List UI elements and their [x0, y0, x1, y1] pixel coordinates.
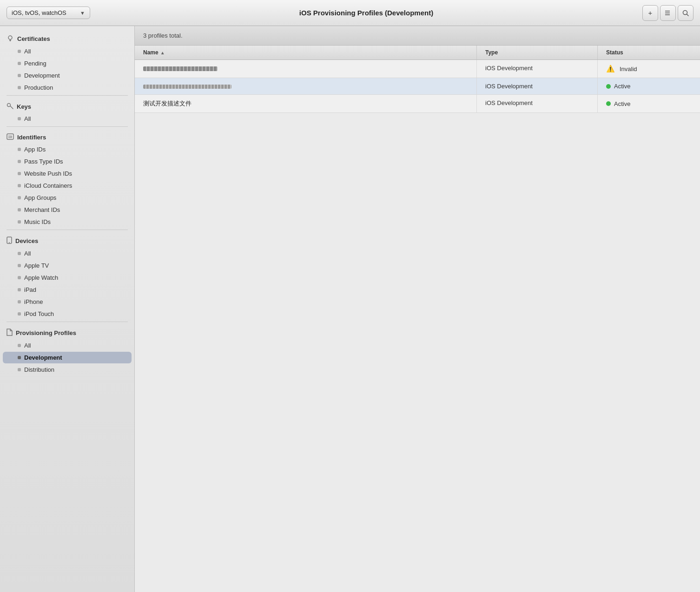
svg-rect-1 [665, 13, 670, 13]
sidebar-item-keys-all[interactable]: All [3, 113, 132, 125]
bullet-icon [18, 276, 21, 279]
item-label: Pass Type IDs [24, 158, 63, 165]
chevron-down-icon: ▼ [80, 10, 85, 16]
sidebar-item-applewatch[interactable]: Apple Watch [3, 272, 132, 283]
svg-rect-0 [665, 14, 670, 15]
key-icon [7, 102, 13, 111]
item-label: iCloud Containers [24, 182, 72, 189]
bullet-icon [18, 344, 21, 347]
sidebar: Certificates All Pending Development Pro… [0, 26, 135, 592]
sidebar-item-ipad[interactable]: iPad [3, 284, 132, 296]
col-status-header[interactable]: Status [598, 46, 700, 59]
svg-point-13 [9, 242, 10, 243]
section-header-keys: Keys [0, 98, 134, 112]
title-bar: iOS, tvOS, watchOS ▼ iOS Provisioning Pr… [0, 0, 700, 26]
sidebar-item-prov-distribution[interactable]: Distribution [3, 364, 132, 375]
search-button[interactable] [678, 5, 693, 21]
blurred-profile-name [143, 66, 218, 71]
col-name-header[interactable]: Name ▲ [135, 46, 477, 59]
item-label: iPod Touch [24, 310, 54, 317]
bullet-icon [18, 172, 21, 175]
table-row[interactable]: iOS Development Active [135, 78, 700, 95]
col-type-header[interactable]: Type [477, 46, 598, 59]
device-icon [7, 237, 12, 245]
sidebar-item-devices-all[interactable]: All [3, 248, 132, 259]
summary-text: 3 profiles total. [143, 32, 183, 39]
sidebar-item-cert-all[interactable]: All [3, 46, 132, 57]
table-row[interactable]: 测试开发描述文件 iOS Development Active [135, 95, 700, 113]
item-label: Development [24, 72, 60, 79]
sidebar-item-appids[interactable]: App IDs [3, 144, 132, 155]
platform-dropdown[interactable]: iOS, tvOS, watchOS ▼ [7, 7, 90, 19]
sidebar-item-websitepushids[interactable]: Website Push IDs [3, 168, 132, 179]
bullet-icon [18, 148, 21, 151]
status-text: Active [614, 100, 630, 107]
section-devices: Devices All Apple TV Apple Watch iPad [0, 232, 134, 320]
divider [7, 322, 128, 322]
svg-rect-2 [665, 11, 670, 12]
item-label: All [24, 115, 31, 122]
col-status-label: Status [606, 49, 623, 56]
edit-button[interactable] [660, 5, 676, 21]
section-header-certificates: Certificates [0, 30, 134, 45]
cell-status: Active [598, 95, 700, 112]
bullet-icon [18, 50, 21, 53]
bullet-icon [18, 160, 21, 163]
sidebar-item-appletv[interactable]: Apple TV [3, 260, 132, 271]
cell-type: iOS Development [477, 60, 598, 78]
item-label: All [24, 342, 31, 349]
item-label: All [24, 48, 31, 55]
id-icon: ID [7, 133, 14, 141]
sidebar-item-iphone[interactable]: iPhone [3, 296, 132, 308]
status-text: Active [614, 83, 630, 90]
sidebar-item-icloudcontainers[interactable]: iCloud Containers [3, 180, 132, 191]
section-identifiers: ID Identifiers App IDs Pass Type IDs Web… [0, 129, 134, 228]
bullet-icon [18, 288, 21, 291]
sidebar-item-cert-development[interactable]: Development [3, 70, 132, 81]
window-title: iOS Provisioning Profiles (Development) [90, 9, 642, 17]
cell-name: 测试开发描述文件 [135, 95, 477, 112]
bullet-icon [18, 312, 21, 316]
sidebar-item-appgroups[interactable]: App Groups [3, 192, 132, 204]
item-label: Website Push IDs [24, 170, 72, 177]
item-label: Music IDs [24, 218, 51, 225]
bullet-icon [18, 220, 21, 224]
doc-icon [7, 329, 13, 337]
bullet-icon [18, 300, 21, 303]
bullet-icon [18, 86, 21, 89]
content-summary: 3 profiles total. [135, 26, 700, 46]
svg-line-4 [687, 14, 689, 16]
item-label: Distribution [24, 366, 54, 373]
cell-type: iOS Development [477, 95, 598, 112]
active-status-dot [606, 84, 611, 89]
status-text: Invalid [620, 66, 637, 72]
sidebar-item-cert-pending[interactable]: Pending [3, 58, 132, 69]
certificates-label: Certificates [17, 35, 50, 42]
active-status-dot [606, 101, 611, 106]
sidebar-item-prov-development[interactable]: Development [3, 352, 132, 363]
certificates-icon [7, 34, 14, 43]
provisioning-label: Provisioning Profiles [16, 329, 76, 336]
blurred-profile-name-2 [143, 85, 231, 89]
sidebar-item-prov-all[interactable]: All [3, 340, 132, 351]
sort-arrow-icon: ▲ [160, 50, 165, 55]
sidebar-item-merchantids[interactable]: Merchant IDs [3, 204, 132, 216]
add-button[interactable]: + [642, 5, 658, 21]
bullet-icon [18, 117, 21, 120]
sidebar-item-ipodtouch[interactable]: iPod Touch [3, 308, 132, 320]
cell-type: iOS Development [477, 78, 598, 94]
sidebar-item-passtypeids[interactable]: Pass Type IDs [3, 156, 132, 167]
sidebar-item-cert-production[interactable]: Production [3, 82, 132, 93]
item-label: iPhone [24, 298, 43, 305]
col-type-label: Type [485, 49, 498, 56]
app-window: iOS, tvOS, watchOS ▼ iOS Provisioning Pr… [0, 0, 700, 592]
cell-status: Active [598, 78, 700, 94]
section-certificates: Certificates All Pending Development Pro… [0, 30, 134, 93]
bullet-icon [18, 196, 21, 199]
table-row[interactable]: iOS Development ⚠️ Invalid [135, 60, 700, 78]
bullet-icon [18, 62, 21, 65]
col-name-label: Name [143, 49, 158, 56]
item-label: Merchant IDs [24, 206, 60, 213]
sidebar-item-musicids[interactable]: Music IDs [3, 216, 132, 228]
section-keys: Keys All [0, 98, 134, 125]
